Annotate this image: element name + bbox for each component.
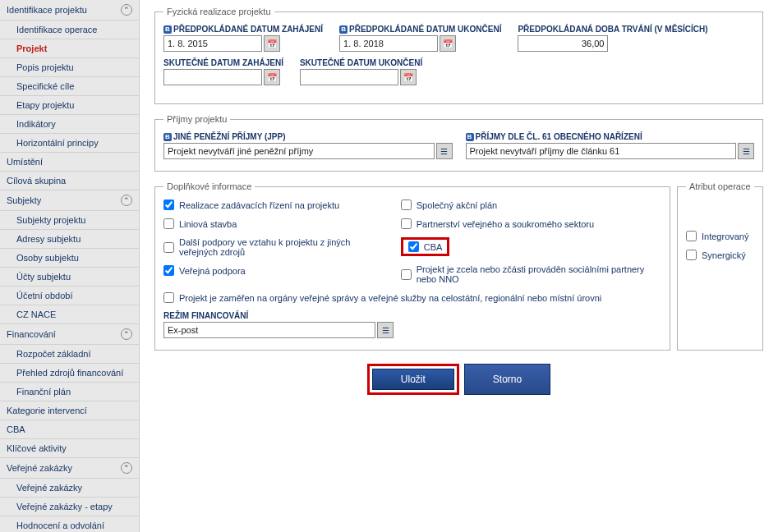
nav-item-27[interactable]: Hodnocení a odvolání — [0, 516, 139, 532]
save-highlight: Uložit — [367, 364, 459, 395]
duration-label: PŘEDPOKLÁDANÁ DOBA TRVÁNÍ (V MĚSÍCÍCH) — [518, 25, 707, 34]
nav-item-9[interactable]: Cílová skupina — [0, 172, 139, 190]
required-icon: B — [163, 25, 172, 34]
nav-item-18[interactable]: Rozpočet základní — [0, 345, 139, 364]
calendar-icon[interactable]: 📅 — [264, 69, 280, 85]
nav-item-2[interactable]: Projekt — [0, 39, 139, 58]
nav-item-7[interactable]: Horizontální principy — [0, 134, 139, 153]
nav-item-11[interactable]: Subjekty projektu — [0, 211, 139, 230]
cl61-label: PŘÍJMY DLE ČL. 61 OBECNÉHO NAŘÍZENÍ — [476, 132, 642, 141]
fyzicka-realizace-fieldset: Fyzická realizace projektu BPŘEDPOKLÁDAN… — [154, 7, 763, 104]
end-real-label: SKUTEČNÉ DATUM UKONČENÍ — [300, 58, 422, 67]
prijmy-legend: Příjmy projektu — [163, 114, 230, 124]
start-real-input[interactable] — [163, 69, 262, 85]
nav-item-10[interactable]: Subjekty⌃ — [0, 190, 139, 211]
cb-dalsi[interactable]: Další podpory ve vztahu k projektu z jin… — [163, 237, 386, 257]
nav-item-23[interactable]: Klíčové aktivity — [0, 439, 139, 458]
atribut-fieldset: Atribut operace Integrovaný Synergický — [677, 181, 763, 351]
start-real-label: SKUTEČNÉ DATUM ZAHÁJENÍ — [163, 58, 283, 67]
nav-item-12[interactable]: Adresy subjektu — [0, 230, 139, 249]
start-plan-label: PŘEDPOKLÁDANÉ DATUM ZAHÁJENÍ — [173, 25, 323, 34]
fyzicka-legend: Fyzická realizace projektu — [163, 7, 274, 16]
nav-item-6[interactable]: Indikátory — [0, 115, 139, 134]
nav-item-17[interactable]: Financování⌃ — [0, 324, 139, 345]
nav-item-13[interactable]: Osoby subjektu — [0, 249, 139, 268]
chevron-up-icon[interactable]: ⌃ — [121, 462, 132, 474]
required-icon: B — [163, 133, 172, 141]
start-plan-input[interactable] — [163, 35, 262, 52]
calendar-icon[interactable]: 📅 — [264, 35, 280, 52]
cb-socpart[interactable]: Projekt je zcela nebo zčásti prováděn so… — [401, 264, 661, 284]
cb-organy[interactable]: Projekt je zaměřen na orgány veřejné spr… — [163, 292, 661, 303]
nav-item-0[interactable]: Identifikace projektu⌃ — [0, 0, 139, 21]
required-icon: B — [466, 133, 474, 141]
cb-cba[interactable]: CBA — [408, 241, 443, 252]
cb-realizace[interactable]: Realizace zadávacích řízení na projektu — [163, 200, 386, 210]
jpp-input[interactable] — [163, 143, 435, 159]
cb-spolakc[interactable]: Společný akční plán — [401, 200, 661, 210]
end-real-input[interactable] — [300, 69, 398, 85]
nav-item-24[interactable]: Veřejné zakázky⌃ — [0, 458, 139, 479]
list-icon[interactable]: ☰ — [738, 143, 754, 159]
nav-item-4[interactable]: Specifické cíle — [0, 77, 139, 96]
duration-input[interactable] — [518, 35, 608, 52]
nav-item-8[interactable]: Umístění — [0, 153, 139, 172]
cb-integrovany[interactable]: Integrovaný — [686, 231, 754, 241]
cl61-input[interactable] — [466, 143, 737, 159]
list-icon[interactable]: ☰ — [436, 143, 453, 159]
jpp-label: JINÉ PENĚŽNÍ PŘÍJMY (JPP) — [173, 132, 286, 141]
sidebar: Identifikace projektu⌃Identifikace opera… — [0, 0, 140, 532]
nav-item-21[interactable]: Kategorie intervencí — [0, 401, 139, 420]
end-plan-input[interactable] — [339, 35, 438, 52]
doplnkove-legend: Doplňkové informace — [163, 181, 255, 191]
nav-item-22[interactable]: CBA — [0, 420, 139, 439]
cb-partner[interactable]: Partnerství veřejného a soukromého sekto… — [401, 218, 661, 229]
cancel-button[interactable]: Storno — [464, 364, 550, 395]
doplnkove-fieldset: Doplňkové informace Realizace zadávacích… — [154, 181, 670, 351]
atribut-legend: Atribut operace — [686, 181, 754, 191]
rezim-input[interactable] — [163, 322, 375, 338]
cb-synergicky[interactable]: Synergický — [686, 250, 754, 260]
rezim-label: REŽIM FINANCOVÁNÍ — [163, 311, 248, 320]
save-button[interactable]: Uložit — [372, 369, 454, 390]
cb-verejna[interactable]: Veřejná podpora — [163, 265, 386, 276]
chevron-up-icon[interactable]: ⌃ — [121, 4, 132, 16]
required-icon: B — [339, 25, 348, 34]
list-icon[interactable]: ☰ — [377, 322, 394, 338]
nav-item-15[interactable]: Účetní období — [0, 287, 139, 305]
cb-liniova[interactable]: Liniová stavba — [163, 218, 386, 229]
nav-item-3[interactable]: Popis projektu — [0, 58, 139, 77]
nav-item-20[interactable]: Finanční plán — [0, 383, 139, 401]
nav-item-1[interactable]: Identifikace operace — [0, 21, 139, 39]
calendar-icon[interactable]: 📅 — [400, 69, 417, 85]
nav-item-16[interactable]: CZ NACE — [0, 305, 139, 324]
nav-item-5[interactable]: Etapy projektu — [0, 96, 139, 115]
chevron-up-icon[interactable]: ⌃ — [121, 195, 132, 206]
nav-item-25[interactable]: Veřejné zakázky — [0, 479, 139, 498]
nav-item-19[interactable]: Přehled zdrojů financování — [0, 364, 139, 383]
nav-item-14[interactable]: Účty subjektu — [0, 268, 139, 287]
prijmy-fieldset: Příjmy projektu BJINÉ PENĚŽNÍ PŘÍJMY (JP… — [154, 114, 763, 172]
chevron-up-icon[interactable]: ⌃ — [121, 328, 132, 340]
calendar-icon[interactable]: 📅 — [440, 35, 456, 52]
end-plan-label: PŘEDPOKLÁDANÉ DATUM UKONČENÍ — [349, 25, 501, 34]
main-content: Fyzická realizace projektu BPŘEDPOKLÁDAN… — [140, 0, 778, 532]
nav-item-26[interactable]: Veřejné zakázky - etapy — [0, 498, 139, 516]
